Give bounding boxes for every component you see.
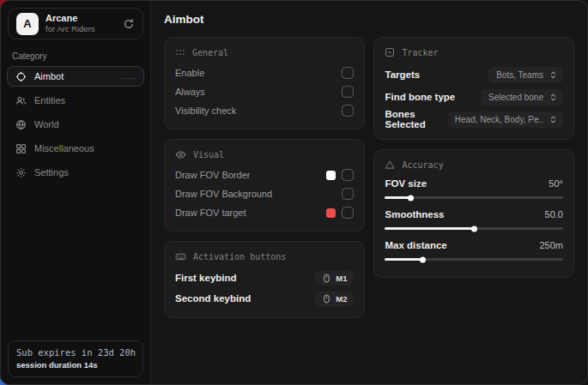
bones-selected-select[interactable]: Head, Neck, Body, Pe.. bbox=[447, 111, 563, 128]
setting-row-smoothness: Smoothness 50.0 bbox=[385, 207, 563, 230]
first-keybind-button[interactable]: M1 bbox=[315, 271, 354, 286]
crosshair-icon bbox=[15, 71, 27, 82]
sidebar-item-world[interactable]: World bbox=[7, 114, 144, 135]
chevrons-up-down-icon bbox=[549, 70, 558, 80]
setting-row-find-bone-type: Find bone type Selected bone bbox=[385, 86, 563, 108]
panel-title: Tracker bbox=[402, 48, 438, 57]
panel-title: Visual bbox=[193, 150, 224, 159]
accuracy-panel: Accuracy FOV size 50° bbox=[373, 149, 574, 278]
keyboard-icon bbox=[175, 251, 186, 262]
mouse-icon bbox=[322, 294, 331, 304]
fov-background-checkbox[interactable] bbox=[342, 188, 354, 200]
mouse-icon bbox=[322, 274, 331, 283]
activation-panel: Activation buttons First keybind M1 Seco… bbox=[164, 241, 365, 318]
sidebar-item-label: Miscellaneous bbox=[34, 143, 94, 153]
select-value: Head, Neck, Body, Pe.. bbox=[455, 115, 543, 124]
fov-target-color-swatch[interactable] bbox=[326, 208, 336, 218]
keybind-value: M2 bbox=[336, 294, 347, 304]
chevrons-up-down-icon bbox=[549, 93, 558, 102]
triangle-icon bbox=[385, 159, 395, 170]
setting-row-fov-border: Draw FOV Border bbox=[175, 165, 354, 184]
always-checkbox[interactable] bbox=[342, 86, 354, 98]
fov-border-checkbox[interactable] bbox=[342, 169, 354, 181]
refresh-icon[interactable] bbox=[123, 18, 135, 30]
visibility-check-checkbox[interactable] bbox=[342, 105, 354, 117]
setting-row-fov-size: FOV size 50° bbox=[385, 176, 563, 199]
entities-icon bbox=[15, 95, 27, 106]
panel-title: Activation buttons bbox=[193, 252, 286, 262]
select-value: Selected bone bbox=[488, 93, 543, 102]
tracker-icon bbox=[385, 47, 395, 57]
sidebar-item-aimbot[interactable]: Aimbot bbox=[7, 66, 144, 87]
max-distance-slider[interactable] bbox=[385, 258, 563, 261]
cheat-menu-window: A Arcane for Arc Riders Category Aimbot bbox=[0, 0, 588, 385]
visual-panel-header: Visual bbox=[175, 147, 354, 161]
session-duration-text: session duration 14s bbox=[16, 360, 135, 370]
sidebar-item-label: Settings bbox=[34, 167, 69, 177]
gear-icon bbox=[15, 167, 27, 178]
setting-row-targets: Targets Bots, Teams bbox=[385, 63, 563, 86]
setting-row-max-distance: Max distance 250m bbox=[385, 238, 563, 261]
second-keybind-button[interactable]: M2 bbox=[315, 292, 354, 306]
setting-row-fov-target: Draw FOV target bbox=[175, 203, 354, 222]
activation-panel-header: Activation buttons bbox=[175, 250, 354, 263]
sidebar-item-miscellaneous[interactable]: Miscellaneous bbox=[7, 138, 144, 159]
enable-checkbox[interactable] bbox=[342, 67, 354, 79]
app-logo: A bbox=[16, 13, 39, 35]
sub-expires-text: Sub expires in 23d 20h bbox=[16, 347, 135, 358]
setting-row-always: Always bbox=[175, 82, 354, 101]
fov-size-value: 50° bbox=[549, 178, 563, 189]
slider-thumb[interactable] bbox=[471, 226, 477, 232]
fov-border-color-swatch[interactable] bbox=[326, 171, 336, 180]
page-title: Aimbot bbox=[164, 13, 574, 26]
setting-row-fov-background: Draw FOV Background bbox=[175, 184, 354, 203]
tracker-panel: Tracker Targets Bots, Teams Find bone ty… bbox=[373, 37, 574, 140]
category-label: Category bbox=[12, 51, 139, 61]
targets-select[interactable]: Bots, Teams bbox=[488, 67, 563, 83]
keybind-value: M1 bbox=[336, 274, 347, 283]
app-subtitle: for Arc Riders bbox=[45, 24, 116, 34]
main-content: Aimbot General Enable bbox=[151, 1, 587, 384]
chevrons-up-down-icon bbox=[549, 115, 558, 124]
general-panel: General Enable Always Visibility check bbox=[164, 37, 365, 129]
sidebar-item-settings[interactable]: Settings bbox=[7, 162, 144, 183]
setting-row-first-keybind: First keybind M1 bbox=[175, 268, 354, 288]
setting-row-bones-selected: Bones Selected Head, Neck, Body, Pe.. bbox=[385, 108, 563, 130]
select-value: Bots, Teams bbox=[496, 70, 543, 80]
setting-row-visibility-check: Visibility check bbox=[175, 101, 354, 120]
accuracy-panel-header: Accuracy bbox=[385, 158, 563, 171]
fov-size-slider[interactable] bbox=[385, 196, 563, 199]
tracker-panel-header: Tracker bbox=[385, 45, 563, 59]
visual-panel: Visual Draw FOV Border Draw FOV Backgrou… bbox=[164, 139, 365, 232]
fov-target-checkbox[interactable] bbox=[342, 207, 354, 219]
setting-row-enable: Enable bbox=[175, 63, 354, 82]
setting-row-second-keybind: Second keybind M2 bbox=[175, 288, 354, 309]
eye-icon bbox=[175, 149, 186, 160]
max-distance-value: 250m bbox=[539, 240, 563, 250]
slider-thumb[interactable] bbox=[408, 195, 414, 201]
panel-title: General bbox=[192, 48, 228, 57]
sidebar-item-label: Aimbot bbox=[34, 71, 64, 81]
slider-thumb[interactable] bbox=[420, 256, 426, 262]
sidebar-item-entities[interactable]: Entities bbox=[7, 90, 144, 111]
globe-icon bbox=[15, 119, 27, 130]
general-panel-header: General bbox=[175, 45, 354, 59]
keybind-hint-dashes bbox=[120, 74, 136, 79]
app-title-block: Arcane for Arc Riders bbox=[45, 13, 116, 35]
logo-card: A Arcane for Arc Riders bbox=[8, 8, 143, 39]
smoothness-slider[interactable] bbox=[385, 227, 563, 230]
sidebar-item-label: World bbox=[34, 119, 59, 129]
sidebar-item-label: Entities bbox=[34, 95, 65, 105]
grid-dots-icon bbox=[175, 47, 185, 57]
smoothness-value: 50.0 bbox=[545, 209, 563, 220]
find-bone-type-select[interactable]: Selected bone bbox=[481, 89, 563, 105]
sidebar-nav: Aimbot Entities World bbox=[1, 66, 150, 183]
panel-title: Accuracy bbox=[402, 160, 443, 170]
app-name: Arcane bbox=[45, 13, 116, 25]
grid-icon bbox=[15, 143, 27, 154]
subscription-box: Sub expires in 23d 20h session duration … bbox=[8, 340, 143, 377]
sidebar: A Arcane for Arc Riders Category Aimbot bbox=[1, 1, 151, 384]
